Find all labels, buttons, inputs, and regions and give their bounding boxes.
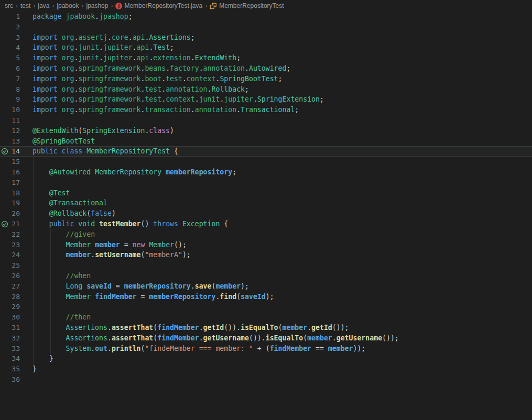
line-number: 27	[9, 281, 20, 292]
code-line[interactable]: 20 @Rollback(false)	[0, 208, 532, 219]
code-line[interactable]: 8import org.springframework.test.annotat…	[0, 84, 532, 95]
gutter-spacer	[0, 250, 9, 260]
code-line[interactable]: 11	[0, 115, 532, 126]
code-line[interactable]: 5import org.junit.jupiter.api.extension.…	[0, 53, 532, 63]
code-line[interactable]: 26 //when	[0, 271, 532, 281]
code-line[interactable]: 16 @Autowired MemberRepository memberRep…	[0, 167, 532, 178]
code-line[interactable]: 36	[0, 374, 532, 385]
chevron-right-icon: ›	[52, 2, 54, 9]
line-number: 17	[9, 178, 20, 188]
test-passed-icon[interactable]	[0, 146, 9, 157]
breadcrumb-item-file[interactable]: J MemberRepositoryTest.java	[115, 2, 202, 9]
code-text: import org.assertj.core.api.Assertions;	[32, 32, 195, 43]
line-number: 31	[9, 323, 20, 333]
code-line[interactable]: 30 //then	[0, 312, 532, 323]
code-line[interactable]: 28 Member findMember = memberRepository.…	[0, 292, 532, 302]
line-number: 35	[9, 364, 20, 374]
code-line[interactable]: 13@SpringBootTest	[0, 136, 532, 147]
line-number: 23	[9, 240, 20, 250]
line-number: 3	[9, 32, 20, 43]
code-line[interactable]: 33 System.out.println("findeMember === m…	[0, 344, 532, 354]
code-line[interactable]: 7import org.springframework.boot.test.co…	[0, 74, 532, 84]
code-line[interactable]: 1package jpabook.jpashop;	[0, 12, 532, 22]
code-line[interactable]: 35}	[0, 364, 532, 374]
code-line[interactable]: 29	[0, 302, 532, 312]
java-file-icon: J	[115, 3, 122, 9]
code-line[interactable]: 31 Assertions.assertThat(findMember.getI…	[0, 323, 532, 333]
code-text: @Autowired MemberRepository memberReposi…	[32, 167, 236, 178]
chevron-right-icon: ›	[81, 2, 83, 9]
breadcrumb: src › test › java › jpabook › jpashop › …	[0, 0, 532, 12]
line-number: 1	[9, 12, 20, 22]
gutter-spacer	[0, 229, 9, 240]
line-number: 18	[9, 188, 20, 198]
code-line[interactable]: 4import org.junit.jupiter.api.Test;	[0, 42, 532, 53]
line-number: 24	[9, 250, 20, 260]
code-text: System.out.println("findeMember === memb…	[32, 344, 365, 354]
chevron-right-icon: ›	[33, 2, 35, 9]
code-line[interactable]: 6import org.springframework.beans.factor…	[0, 63, 532, 74]
code-text: import org.junit.jupiter.api.extension.E…	[32, 53, 241, 63]
breadcrumb-item-src[interactable]: src	[5, 2, 13, 9]
gutter-spacer	[0, 84, 9, 95]
line-number: 11	[9, 115, 20, 126]
line-number: 7	[9, 74, 20, 84]
code-line[interactable]: 12@ExtendWith(SpringExtension.class)	[0, 126, 532, 136]
code-text: member.setUsername("memberA");	[32, 250, 191, 260]
line-number: 30	[9, 312, 20, 323]
code-line[interactable]: 9import org.springframework.test.context…	[0, 94, 532, 105]
code-text: //when	[32, 271, 91, 281]
code-text: Assertions.assertThat(findMember.getUser…	[32, 333, 399, 344]
breadcrumb-item-jpashop[interactable]: jpashop	[86, 2, 108, 9]
gutter-spacer	[0, 157, 9, 167]
gutter-spacer	[0, 260, 9, 271]
code-text: Long saveId = memberRepository.save(memb…	[32, 281, 249, 292]
breadcrumb-item-test[interactable]: test	[20, 2, 30, 9]
code-line[interactable]: 2	[0, 22, 532, 32]
code-line[interactable]: 19 @Transactional	[0, 198, 532, 208]
code-line[interactable]: 24 member.setUsername("memberA");	[0, 250, 532, 260]
code-line[interactable]: 15	[0, 157, 532, 167]
gutter-spacer	[0, 344, 9, 354]
gutter-spacer	[0, 312, 9, 323]
code-line[interactable]: 14public class MemberRepositoryTest {	[0, 146, 532, 157]
breadcrumb-symbol-label: MemberRepositoryTest	[219, 2, 284, 9]
code-line[interactable]: 18 @Test	[0, 188, 532, 198]
test-passed-icon[interactable]	[0, 219, 9, 229]
code-text: }	[32, 364, 37, 374]
gutter-spacer	[0, 178, 9, 188]
code-line[interactable]: 32 Assertions.assertThat(findMember.getU…	[0, 333, 532, 344]
gutter-spacer	[0, 136, 9, 147]
code-line[interactable]: 27 Long saveId = memberRepository.save(m…	[0, 281, 532, 292]
code-line[interactable]: 3import org.assertj.core.api.Assertions;	[0, 32, 532, 43]
gutter-spacer	[0, 353, 9, 364]
line-number: 20	[9, 208, 20, 219]
code-text: import org.springframework.test.annotati…	[32, 84, 249, 95]
code-line[interactable]: 21 public void testMember() throws Excep…	[0, 219, 532, 229]
code-editor[interactable]: 1package jpabook.jpashop;23import org.as…	[0, 12, 532, 385]
gutter-spacer	[0, 281, 9, 292]
gutter-spacer	[0, 94, 9, 105]
code-line[interactable]: 10import org.springframework.transaction…	[0, 105, 532, 115]
code-text: Member member = new Member();	[32, 240, 187, 250]
code-line[interactable]: 17	[0, 178, 532, 188]
gutter-spacer	[0, 63, 9, 74]
breadcrumb-item-jpabook[interactable]: jpabook	[57, 2, 79, 9]
code-text: Assertions.assertThat(findMember.getId()…	[32, 323, 349, 333]
code-line[interactable]: 22 //given	[0, 229, 532, 240]
breadcrumb-item-java[interactable]: java	[38, 2, 49, 9]
line-number: 13	[9, 136, 20, 147]
breadcrumb-item-symbol[interactable]: MemberRepositoryTest	[210, 2, 284, 9]
code-line[interactable]: 34 }	[0, 353, 532, 364]
code-text: import org.springframework.beans.factory…	[32, 63, 290, 74]
line-number: 8	[9, 84, 20, 95]
code-text: package jpabook.jpashop;	[32, 12, 133, 22]
gutter-spacer	[0, 105, 9, 115]
line-number: 12	[9, 126, 20, 136]
code-line[interactable]: 23 Member member = new Member();	[0, 240, 532, 250]
gutter-spacer	[0, 22, 9, 32]
line-number: 25	[9, 260, 20, 271]
code-line[interactable]: 25	[0, 260, 532, 271]
gutter-spacer	[0, 240, 9, 250]
line-number: 29	[9, 302, 20, 312]
